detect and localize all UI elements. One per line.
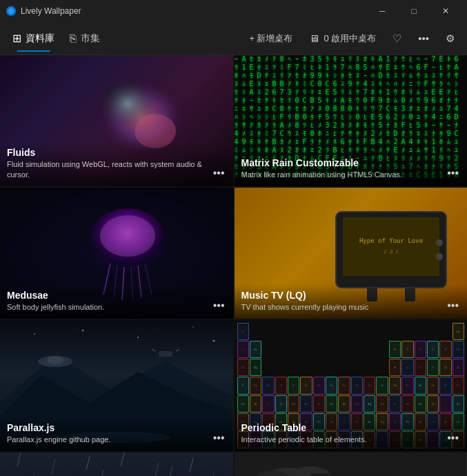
monitor-label: 0 啟用中桌布 [324, 32, 376, 45]
svg-line-36 [86, 456, 90, 470]
musictv-menu-button[interactable]: ••• [444, 298, 461, 313]
card-parallax[interactable]: Parallax.js Parallax.js engine github pa… [0, 320, 233, 451]
monitor-icon: 🖥 [309, 32, 319, 44]
medusae-info: Medusae Soft body jellyfish simulation. [0, 284, 233, 319]
svg-line-44 [169, 466, 172, 476]
more-button[interactable]: ••• [411, 28, 436, 48]
minimize-button[interactable]: ─ [366, 0, 398, 22]
parallax-title: Parallax.js [7, 422, 226, 433]
close-button[interactable]: ✕ [430, 0, 461, 22]
nav-tabs: ⊞ 資料庫 ⎘ 市集 [6, 28, 107, 49]
titlebar-controls[interactable]: ─ □ ✕ [366, 0, 461, 22]
medusae-title: Medusae [7, 290, 226, 301]
fluids-info: Fluids Fluid simulation using WebGL, rea… [0, 141, 233, 186]
toolbar-actions: + 新增桌布 🖥 0 啟用中桌布 ♡ ••• ⚙ [242, 28, 461, 49]
rain-visual [0, 453, 232, 476]
rain-bg: PK在线翻墙 [0, 453, 233, 476]
medusae-menu-button[interactable]: ••• [210, 298, 228, 313]
titlebar-left: Lively Wallpaper [6, 6, 81, 17]
add-label: + 新增桌布 [249, 32, 292, 45]
titlebar-title: Lively Wallpaper [21, 6, 81, 16]
parallax-desc: Parallax.js engine github page. [7, 435, 226, 444]
periodic-menu-button[interactable]: ••• [444, 430, 461, 446]
fluids-desc: Fluid simulation using WebGL, reacts wit… [7, 159, 226, 179]
weather-visual: 29° [235, 453, 466, 476]
svg-line-45 [210, 473, 214, 476]
settings-button[interactable]: ⚙ [439, 28, 461, 49]
musictv-desc: TV that shows currently playing music [241, 302, 461, 312]
favorites-button[interactable]: ♡ [386, 28, 408, 49]
wallpaper-grid: Fluids Fluid simulation using WebGL, rea… [0, 55, 467, 476]
market-icon: ⎘ [70, 32, 77, 45]
tab-market[interactable]: ⎘ 市集 [63, 28, 107, 49]
musictv-title: Music TV (LQ) [241, 290, 461, 301]
card-medusae[interactable]: Medusae Soft body jellyfish simulation. … [0, 188, 233, 319]
heart-icon: ♡ [393, 32, 401, 45]
card-periodic[interactable]: HHeLiBeBCNOFNeNaMgAlSiPSClArKCaScTiVCrMn… [235, 320, 468, 451]
matrix-title: Matrix Rain Customizable [241, 157, 461, 168]
svg-line-42 [100, 470, 103, 476]
library-label: 資料庫 [26, 32, 54, 45]
fluids-menu-button[interactable]: ••• [210, 166, 228, 181]
market-label: 市集 [81, 32, 100, 45]
titlebar: Lively Wallpaper ─ □ ✕ [0, 0, 467, 22]
svg-rect-53 [310, 473, 393, 476]
parallax-info: Parallax.js Parallax.js engine github pa… [0, 417, 233, 451]
periodic-info: Periodic Table Interactive periodic tabl… [235, 417, 468, 451]
weather-bg: 29° [235, 453, 468, 476]
svg-line-38 [155, 463, 159, 476]
settings-icon: ⚙ [446, 32, 455, 45]
parallax-menu-button[interactable]: ••• [210, 430, 228, 446]
svg-line-37 [121, 453, 124, 466]
card-musictv[interactable]: Hype of Your Love ♪ ♫ ♪ Music TV (LQ) TV… [235, 188, 468, 319]
card-fluids[interactable]: Fluids Fluid simulation using WebGL, rea… [0, 55, 233, 186]
card-rain[interactable]: PK在线翻墙 [0, 453, 233, 476]
toolbar: ⊞ 資料庫 ⎘ 市集 + 新增桌布 🖥 0 啟用中桌布 ♡ ••• ⚙ [0, 22, 467, 55]
svg-line-34 [17, 453, 21, 466]
maximize-button[interactable]: □ [398, 0, 430, 22]
periodic-title: Periodic Table [241, 422, 461, 433]
matrix-menu-button[interactable]: ••• [444, 166, 461, 181]
matrix-info: Matrix Rain Customizable Matrix like rai… [235, 152, 468, 186]
add-wallpaper-button[interactable]: + 新增桌布 [242, 28, 299, 49]
periodic-desc: Interactive periodic table of elements. [241, 435, 461, 444]
tab-library[interactable]: ⊞ 資料庫 [6, 28, 61, 49]
fluids-title: Fluids [7, 147, 226, 158]
monitor-button[interactable]: 🖥 0 啟用中桌布 [302, 28, 383, 49]
more-icon: ••• [418, 32, 429, 44]
card-matrix[interactable]: ｰ ﾗ ﾎ ﾇ ｾ ﾃ ﾆ ﾊ ﾗ 4 4 ﾐ ｹ ｾ ﾃ A 1 ﾊ ﾑ ｼ … [235, 55, 468, 186]
medusae-desc: Soft body jellyfish simulation. [7, 302, 226, 312]
musictv-info: Music TV (LQ) TV that shows currently pl… [235, 284, 468, 319]
svg-line-39 [190, 458, 193, 472]
matrix-desc: Matrix like rain animation using HTML5 C… [241, 170, 461, 179]
library-icon: ⊞ [12, 32, 21, 45]
svg-line-40 [31, 473, 34, 476]
card-weather[interactable]: 29° [235, 453, 468, 476]
app-icon [6, 6, 17, 17]
svg-line-35 [52, 459, 55, 473]
